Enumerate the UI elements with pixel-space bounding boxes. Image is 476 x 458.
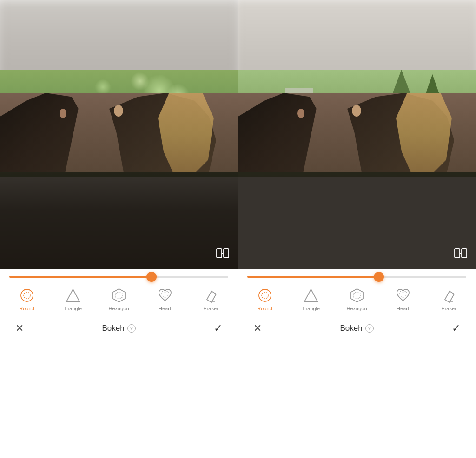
women-area-right <box>238 93 476 172</box>
shape-item-heart-left[interactable]: Heart <box>151 287 179 311</box>
right-slider-thumb[interactable] <box>374 272 384 282</box>
compare-icon-left[interactable] <box>216 248 229 261</box>
svg-marker-7 <box>116 292 122 299</box>
right-slider-fill <box>247 276 379 278</box>
shape-label-round-left: Round <box>19 306 34 311</box>
shape-label-eraser-right: Eraser <box>441 306 456 311</box>
svg-point-13 <box>262 292 268 299</box>
svg-marker-16 <box>354 292 360 299</box>
heart-icon-right <box>395 287 411 304</box>
left-slider-section <box>0 269 238 282</box>
left-slider-empty <box>152 276 228 278</box>
svg-rect-0 <box>217 249 222 258</box>
shape-item-eraser-left[interactable]: Eraser <box>197 287 225 311</box>
shape-item-hexagon-right[interactable]: Hexagon <box>343 287 371 311</box>
compare-icon-right[interactable] <box>454 248 467 261</box>
shape-label-hexagon-right: Hexagon <box>346 306 367 311</box>
left-bottom-title: Bokeh ? <box>102 324 135 333</box>
left-slider-track[interactable] <box>9 276 228 278</box>
shape-label-round-right: Round <box>257 306 272 311</box>
left-slider-fill <box>9 276 152 278</box>
svg-marker-15 <box>351 289 363 302</box>
right-bottom-title: Bokeh ? <box>340 324 373 333</box>
svg-marker-14 <box>304 289 317 301</box>
triangle-icon-right <box>303 287 319 304</box>
svg-point-3 <box>21 289 33 301</box>
svg-rect-10 <box>462 249 467 258</box>
shape-label-eraser-left: Eraser <box>203 306 218 311</box>
svg-marker-6 <box>113 289 125 302</box>
right-slider-empty <box>379 276 466 278</box>
right-photo-area <box>238 0 476 269</box>
right-panel: Round Triangle Hexagon <box>238 0 476 458</box>
bokeh-label-left: Bokeh <box>102 324 124 333</box>
shape-item-hexagon-left[interactable]: Hexagon <box>105 287 133 311</box>
svg-marker-5 <box>66 289 79 301</box>
shape-label-triangle-left: Triangle <box>64 306 82 311</box>
left-shape-selector: Round Triangle Hexagon <box>0 282 238 315</box>
right-cancel-button[interactable]: ✕ <box>249 320 266 337</box>
right-confirm-button[interactable]: ✓ <box>448 320 464 337</box>
shape-item-round-left[interactable]: Round <box>13 287 41 311</box>
triangle-icon-left <box>65 287 81 304</box>
shape-item-triangle-right[interactable]: Triangle <box>297 287 325 311</box>
shape-item-heart-right[interactable]: Heart <box>389 287 417 311</box>
right-slider-section <box>238 269 476 282</box>
women-area-left <box>0 93 238 172</box>
svg-rect-1 <box>224 249 229 258</box>
eraser-icon-right <box>441 287 457 304</box>
eraser-icon-left <box>203 287 219 304</box>
left-confirm-button[interactable]: ✓ <box>210 320 226 337</box>
heart-icon-left <box>157 287 173 304</box>
left-photo-area <box>0 0 238 269</box>
svg-rect-9 <box>455 249 460 258</box>
shape-label-heart-right: Heart <box>397 306 409 311</box>
left-panel: Round Triangle Hexagon <box>0 0 238 458</box>
svg-point-12 <box>259 289 271 301</box>
shape-label-heart-left: Heart <box>159 306 171 311</box>
left-bottom-bar: ✕ Bokeh ? ✓ <box>0 315 238 343</box>
right-shape-selector: Round Triangle Hexagon <box>238 282 476 315</box>
dark-bottom-right <box>238 172 476 269</box>
round-icon-left <box>19 287 35 304</box>
shape-item-round-right[interactable]: Round <box>251 287 279 311</box>
right-bottom-bar: ✕ Bokeh ? ✓ <box>238 315 476 343</box>
shape-label-triangle-right: Triangle <box>302 306 320 311</box>
hexagon-icon-left <box>111 287 127 304</box>
help-icon-right[interactable]: ? <box>365 324 374 333</box>
shape-label-hexagon-left: Hexagon <box>108 306 129 311</box>
help-icon-left[interactable]: ? <box>127 324 136 333</box>
shape-item-eraser-right[interactable]: Eraser <box>435 287 463 311</box>
left-cancel-button[interactable]: ✕ <box>11 320 28 337</box>
svg-point-4 <box>24 292 30 299</box>
hexagon-icon-right <box>349 287 365 304</box>
left-slider-thumb[interactable] <box>146 272 157 282</box>
shape-item-triangle-left[interactable]: Triangle <box>59 287 87 311</box>
bokeh-label-right: Bokeh <box>340 324 362 333</box>
round-icon-right <box>257 287 273 304</box>
right-slider-track[interactable] <box>247 276 466 278</box>
dark-bottom-left <box>0 172 238 269</box>
